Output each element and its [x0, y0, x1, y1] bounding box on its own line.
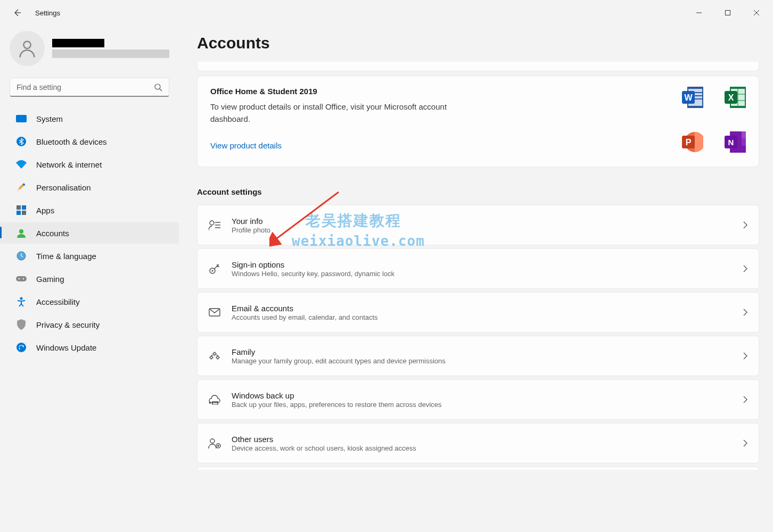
row-email-accounts[interactable]: Email & accountsAccounts used by email, …	[197, 292, 759, 332]
backup-icon	[208, 393, 221, 406]
svg-point-12	[19, 229, 23, 234]
svg-rect-49	[212, 402, 218, 405]
window-title: Settings	[35, 9, 60, 17]
sidebar-item-label: Personalisation	[36, 183, 91, 192]
your-info-icon	[208, 219, 221, 231]
svg-rect-38	[742, 138, 746, 146]
svg-rect-1	[726, 11, 730, 15]
sidebar-item-apps[interactable]: Apps	[0, 200, 179, 221]
row-sub: Windows Hello, security key, password, d…	[232, 270, 743, 278]
account-settings-label: Account settings	[197, 187, 759, 196]
svg-point-50	[210, 439, 215, 443]
shield-icon	[16, 319, 27, 330]
row-sub: Device access, work or school users, kio…	[232, 444, 743, 452]
profile-block[interactable]	[0, 31, 179, 73]
sidebar-item-label: Bluetooth & devices	[36, 137, 107, 146]
sidebar-item-bluetooth[interactable]: Bluetooth & devices	[0, 131, 179, 152]
sidebar-item-personalisation[interactable]: Personalisation	[0, 177, 179, 198]
apps-icon	[16, 205, 27, 215]
sidebar-item-label: Network & internet	[36, 160, 102, 169]
row-sub: Accounts used by email, calendar, and co…	[232, 313, 743, 321]
svg-point-16	[23, 278, 24, 279]
row-title: Your info	[232, 217, 743, 226]
next-card-stub	[197, 467, 759, 470]
office-app-icons: W X P N	[682, 87, 746, 153]
row-signin-options[interactable]: Sign-in optionsWindows Hello, security k…	[197, 248, 759, 289]
sidebar-item-label: Apps	[36, 206, 54, 215]
display-icon	[16, 113, 27, 124]
search-box[interactable]	[10, 78, 169, 97]
accessibility-icon	[16, 296, 27, 307]
svg-rect-10	[17, 211, 21, 215]
row-title: Email & accounts	[232, 304, 743, 313]
titlebar: Settings	[0, 0, 773, 26]
svg-rect-39	[742, 146, 746, 153]
row-sub: Back up your files, apps, preferences to…	[232, 401, 743, 409]
svg-rect-37	[742, 131, 746, 138]
envelope-icon	[208, 306, 221, 319]
svg-point-2	[23, 41, 30, 48]
back-arrow-icon	[13, 9, 21, 17]
row-family[interactable]: FamilyManage your family group, edit acc…	[197, 336, 759, 376]
bluetooth-icon	[16, 136, 27, 147]
row-title: Family	[232, 347, 743, 356]
sidebar-item-label: Windows Update	[36, 343, 96, 352]
sidebar-item-label: Accounts	[36, 229, 69, 238]
sidebar-item-accounts[interactable]: Accounts	[0, 222, 179, 244]
chevron-right-icon	[743, 221, 748, 229]
svg-rect-14	[16, 276, 27, 281]
maximize-button[interactable]	[716, 4, 740, 21]
chevron-right-icon	[743, 439, 748, 447]
onenote-icon: N	[725, 131, 746, 153]
search-input[interactable]	[17, 83, 154, 92]
person-icon	[17, 38, 38, 59]
avatar	[10, 31, 45, 66]
svg-point-7	[23, 184, 25, 186]
back-button[interactable]	[9, 4, 26, 21]
sidebar-item-accessibility[interactable]: Accessibility	[0, 291, 179, 312]
excel-icon: X	[725, 87, 746, 108]
sidebar-item-label: System	[36, 114, 63, 123]
search-icon	[154, 83, 162, 92]
sidebar-item-time[interactable]: Time & language	[0, 245, 179, 267]
sidebar-item-network[interactable]: Network & internet	[0, 154, 179, 175]
svg-text:N: N	[728, 138, 734, 147]
gamepad-icon	[16, 273, 27, 284]
view-product-details-link[interactable]: View product details	[210, 141, 282, 150]
clock-icon	[16, 251, 27, 261]
sidebar: System Bluetooth & devices Network & int…	[0, 26, 179, 532]
sidebar-item-privacy[interactable]: Privacy & security	[0, 314, 179, 335]
page-title: Accounts	[197, 34, 759, 52]
sidebar-item-label: Gaming	[36, 275, 64, 284]
powerpoint-icon: P	[682, 131, 703, 153]
minimize-icon	[696, 10, 702, 16]
maximize-icon	[725, 10, 731, 16]
sidebar-item-system[interactable]: System	[0, 108, 179, 129]
wifi-icon	[16, 159, 27, 170]
svg-rect-8	[17, 205, 21, 210]
office-description: To view product details or install Offic…	[210, 101, 476, 125]
other-users-icon	[208, 437, 221, 450]
minimize-button[interactable]	[687, 4, 711, 21]
update-icon	[16, 342, 27, 353]
svg-rect-5	[16, 115, 27, 122]
row-sub: Profile photo	[232, 226, 743, 234]
sidebar-item-gaming[interactable]: Gaming	[0, 268, 179, 289]
row-windows-backup[interactable]: Windows back upBack up your files, apps,…	[197, 379, 759, 420]
close-button[interactable]	[744, 4, 769, 21]
row-your-info[interactable]: Your infoProfile photo	[197, 205, 759, 245]
chevron-right-icon	[743, 309, 748, 316]
svg-text:P: P	[686, 138, 692, 147]
row-sub: Manage your family group, edit account t…	[232, 357, 743, 365]
main-content: Accounts Office Home & Student 2019 To v…	[179, 26, 773, 532]
svg-point-42	[210, 221, 214, 225]
svg-rect-11	[22, 211, 26, 215]
svg-point-17	[20, 297, 23, 300]
row-other-users[interactable]: Other usersDevice access, work or school…	[197, 423, 759, 463]
sidebar-item-update[interactable]: Windows Update	[0, 337, 179, 358]
svg-point-15	[19, 278, 20, 279]
svg-text:X: X	[728, 93, 734, 102]
row-title: Windows back up	[232, 391, 743, 400]
row-title: Sign-in options	[232, 260, 743, 269]
brush-icon	[16, 182, 27, 193]
